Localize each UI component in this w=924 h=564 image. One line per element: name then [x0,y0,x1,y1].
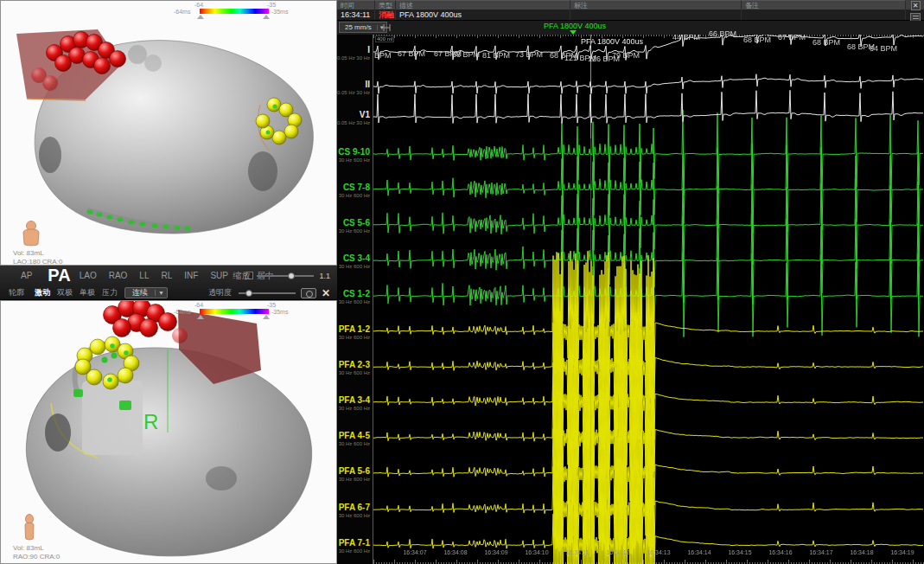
view-button-rl[interactable]: RL [161,271,172,280]
atrium-3d-model-rao[interactable]: R [1,301,337,563]
event-annotation-cell[interactable] [570,10,742,20]
opacity-slider[interactable] [239,292,296,294]
lesion-yellow[interactable] [118,368,133,383]
view-button-sup[interactable]: SUP [210,271,228,280]
bpm-label: BPM [374,51,392,60]
view-button-ll[interactable]: LL [139,271,149,280]
channel-filter-label: 30 Hz 600 Hz [339,441,370,446]
channel-label-cs-1-2[interactable]: CS 1-2 [343,289,370,298]
lesion-green-dot[interactable] [110,343,115,349]
time-axis-label: 16:34:18 [840,549,883,555]
cut-plane [82,381,143,455]
channel-label-cs-9-10[interactable]: CS 9-10 [338,147,370,157]
vein-ostium-hole [248,151,277,191]
channel-label-pfa-2-3[interactable]: PFA 2-3 [339,360,370,369]
bpm-label: 79 BPM [612,51,640,60]
trace-area[interactable]: I0.05 Hz 30 HzII0.05 Hz 30 HzV10.05 Hz 3… [337,35,924,564]
channel-filter-label: 30 Hz 600 Hz [339,477,370,482]
view-button-pa[interactable]: PA [48,266,70,285]
channel-label-pfa-1-2[interactable]: PFA 1-2 [339,324,370,334]
event-column-header[interactable]: 标注 [570,0,742,10]
opacity-slider-knob[interactable] [245,290,252,297]
map-type-button-激动[interactable]: 激动 [35,287,50,298]
map-type-button-单极[interactable]: 单极 [80,287,95,298]
channel-label-pfa-6-7[interactable]: PFA 6-7 [339,503,370,512]
lesions-red[interactable] [104,301,177,337]
atrium-3d-model-lao[interactable] [1,1,337,265]
lat-slider-max-handle[interactable] [263,315,270,319]
caliper-icon[interactable] [382,22,392,33]
lat-slider-min-handle[interactable] [197,315,204,319]
channel-label-cs-5-6[interactable]: CS 5-6 [343,218,370,228]
zoom-slider-knob[interactable] [288,272,295,279]
event-table-row[interactable]: 16:34:11 消融 PFA 1800V 400us [337,10,924,21]
event-column-header[interactable]: 备注 [742,0,906,10]
electrode-dot[interactable] [112,353,118,359]
time-axis-label: 16:34:14 [678,549,721,555]
event-description-cell[interactable]: PFA 1800V 400us [396,10,570,20]
view-button-ap[interactable]: AP [21,271,32,280]
close-view-icon[interactable]: ✕ [322,288,330,298]
channel-label-v1[interactable]: V1 [360,110,370,119]
map-type-button-轮廓[interactable]: 轮廓 [9,287,24,298]
lat-gradient-bar[interactable] [200,309,269,314]
zoom-slider[interactable] [257,275,314,277]
lesion-green-dot[interactable] [107,377,112,382]
lesion-green-dot[interactable] [266,131,271,135]
time-axis-label: 16:34:15 [718,549,762,555]
atrium-shell[interactable] [26,348,311,556]
lat-gradient-bar[interactable] [200,9,269,14]
body-orientation-icon[interactable] [20,514,39,542]
lesion-yellow[interactable] [272,131,286,144]
channel-label-pfa-3-4[interactable]: PFA 3-4 [339,395,370,405]
lesion-yellow[interactable] [256,114,270,128]
bpm-label: 66 BPM [709,29,736,38]
channel-label-ii[interactable]: II [365,80,370,89]
channel-label-pfa-5-6[interactable]: PFA 5-6 [339,466,370,476]
waveform-canvas[interactable] [373,35,924,564]
event-column-header[interactable]: 类型 [375,0,396,10]
view-button-lao[interactable]: LAO [80,271,97,280]
mapping-mode-dropdown[interactable]: 连续 ▼ [124,287,168,298]
chevron-down-icon[interactable]: ▼ [155,290,167,296]
lesion-red[interactable] [110,51,126,67]
ablation-annotation-text: PFA 1800V 400us [581,37,643,46]
lesion-red-faint[interactable] [172,328,188,343]
lat-slider-min-handle[interactable] [197,15,204,19]
body-orientation-icon[interactable] [20,221,42,247]
event-column-header[interactable]: 描述 [396,0,570,10]
snapshot-camera-icon[interactable] [301,288,316,298]
event-remark-cell[interactable] [742,10,906,20]
sweep-speed-select[interactable]: 25 mm/s ▼ [339,22,387,33]
lesion-yellow[interactable] [75,359,91,375]
lat-min-ms: -64ms [174,309,190,315]
event-time-cell[interactable]: 16:34:11 [337,10,375,20]
event-type-cell[interactable]: 消融 [375,10,396,20]
lesion-yellow[interactable] [284,125,298,138]
electrode-dot[interactable] [102,357,108,363]
channel-label-pfa-4-5[interactable]: PFA 4-5 [339,431,370,440]
map-view-rao[interactable]: R -64 -35 -64ms -35ms Vol: 83mL [0,300,337,564]
close-icon[interactable]: ✕ [911,1,921,10]
map-type-button-压力[interactable]: 压力 [102,287,118,298]
lesion-red[interactable] [113,319,131,337]
event-column-header[interactable]: 时间 [337,0,375,10]
lesion-red[interactable] [94,58,111,74]
lesion-red-faint[interactable] [42,75,58,91]
lesions-red-faint [172,328,188,343]
lesion-green-dot[interactable] [273,105,277,109]
channel-label-cs-7-8[interactable]: CS 7-8 [343,183,370,192]
event-log-table[interactable]: 时间类型描述标注备注 16:34:11 消融 PFA 1800V 400us ✕ [337,0,924,21]
map-type-button-双极[interactable]: 双极 [57,287,73,298]
map-view-lao[interactable]: -64 -35 -64ms -35ms Vol: 83mL LAO:180 CR… [0,0,337,266]
view-button-inf[interactable]: INF [184,271,198,280]
lesion-red[interactable] [140,319,158,337]
lesion-yellow[interactable] [90,339,105,355]
lesion-green-dot[interactable] [124,350,129,356]
channel-label-cs-3-4[interactable]: CS 3-4 [343,253,370,263]
view-button-rao[interactable]: RAO [109,271,128,280]
channel-label-i[interactable]: I [367,45,370,54]
channel-label-pfa-7-1[interactable]: PFA 7-1 [339,538,370,548]
lesion-red[interactable] [55,55,72,72]
lat-slider-max-handle[interactable] [263,15,270,19]
